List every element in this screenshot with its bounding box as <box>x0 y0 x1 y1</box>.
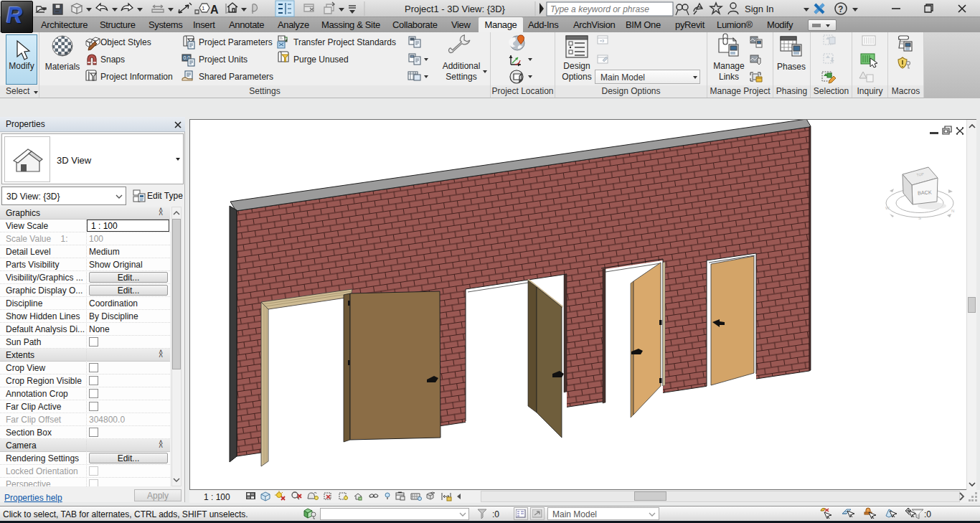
svg-text:1: 1 <box>202 5 205 11</box>
svg-text:N: N <box>951 209 954 213</box>
svg-text:S: S <box>918 216 921 220</box>
svg-text:A: A <box>210 4 219 16</box>
svg-text:?: ? <box>838 4 843 14</box>
svg-text:W: W <box>885 206 890 210</box>
svg-text:BACK: BACK <box>918 189 932 196</box>
